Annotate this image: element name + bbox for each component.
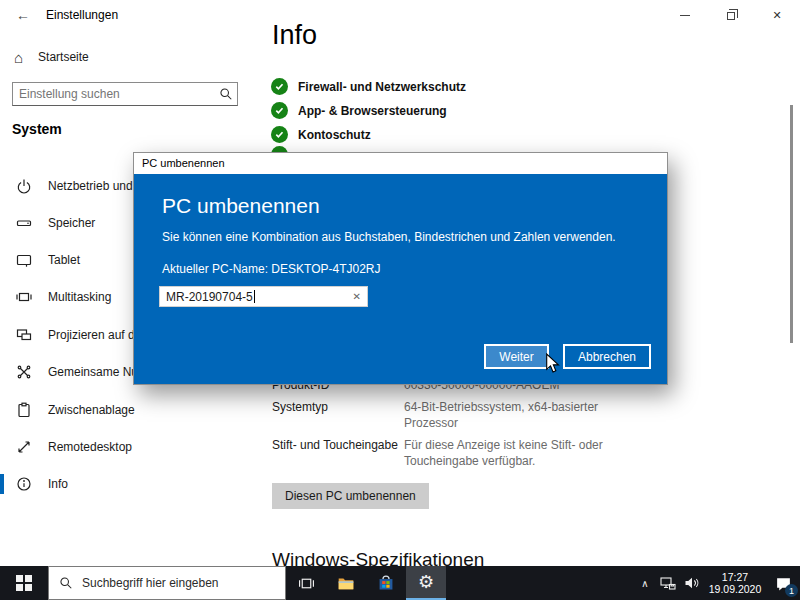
gear-icon: ⚙ bbox=[418, 573, 434, 591]
sidebar-item-info[interactable]: Info bbox=[16, 474, 68, 494]
power-icon bbox=[16, 178, 32, 194]
security-item-label: Firewall- und Netzwerkschutz bbox=[298, 80, 466, 94]
remote-desktop-icon bbox=[16, 439, 32, 455]
rename-pc-dialog: PC umbenennen PC umbenennen Sie können e… bbox=[133, 152, 668, 385]
store-icon bbox=[377, 574, 395, 592]
dialog-titlebar[interactable]: PC umbenennen bbox=[134, 153, 667, 174]
windows-spec-heading: Windows-Spezifikationen bbox=[272, 549, 484, 566]
sidebar-item-home[interactable]: ⌂ Startseite bbox=[14, 47, 89, 67]
dialog-description: Sie können eine Kombination aus Buchstab… bbox=[162, 230, 616, 244]
storage-icon bbox=[16, 215, 32, 231]
pc-name-input-value: MR-20190704-5 bbox=[166, 290, 253, 304]
close-icon: ✕ bbox=[772, 9, 781, 22]
page-title: Info bbox=[272, 20, 317, 51]
start-button[interactable] bbox=[0, 566, 48, 600]
network-icon[interactable] bbox=[656, 575, 680, 591]
clear-input-icon[interactable]: ✕ bbox=[353, 291, 361, 302]
task-view-icon bbox=[298, 575, 315, 592]
sidebar-home-label: Startseite bbox=[38, 50, 89, 64]
settings-search-input[interactable] bbox=[13, 87, 215, 101]
search-icon bbox=[59, 576, 73, 590]
sidebar-item-tablet[interactable]: Tablet bbox=[16, 250, 80, 270]
volume-icon[interactable] bbox=[680, 575, 704, 591]
sidebar-item-multitasking[interactable]: Multitasking bbox=[16, 287, 111, 307]
sidebar-item-label: Tablet bbox=[48, 253, 80, 267]
tray-chevron-up-icon[interactable]: ∧ bbox=[634, 578, 656, 589]
file-explorer-button[interactable] bbox=[326, 566, 366, 600]
notification-badge: 1 bbox=[785, 584, 798, 597]
security-item-label: App- & Browsersteuerung bbox=[298, 104, 447, 118]
security-item-label: Kontoschutz bbox=[298, 128, 371, 142]
tablet-icon bbox=[16, 252, 32, 268]
list-item[interactable]: App- & Browsersteuerung bbox=[271, 102, 466, 119]
window-controls: ✕ bbox=[662, 0, 800, 30]
window-title: Einstellungen bbox=[46, 8, 118, 22]
clock-time: 17:27 bbox=[704, 571, 766, 583]
sidebar-item-label: Info bbox=[48, 477, 68, 491]
clipboard-icon bbox=[16, 402, 32, 418]
project-icon bbox=[16, 327, 32, 343]
sidebar-item-clipboard[interactable]: Zwischenablage bbox=[16, 400, 135, 420]
sidebar-item-label: Speicher bbox=[48, 216, 95, 230]
task-view-button[interactable] bbox=[286, 566, 326, 600]
back-icon[interactable]: ← bbox=[0, 7, 46, 23]
detail-value: 64-Bit-Betriebssystem, x64-basierter Pro… bbox=[404, 399, 616, 431]
screen: ← Einstellungen ✕ ⌂ Startseite System Ne… bbox=[0, 0, 800, 600]
restore-icon bbox=[727, 12, 735, 20]
file-explorer-icon bbox=[337, 574, 355, 592]
detail-row-pen-touch: Stift- und Toucheingabe Für diese Anzeig… bbox=[272, 437, 622, 469]
check-circle-icon bbox=[271, 102, 288, 119]
info-icon bbox=[16, 476, 32, 492]
list-item[interactable]: Kontoschutz bbox=[271, 126, 466, 143]
pc-name-input[interactable]: MR-20190704-5 ✕ bbox=[159, 286, 368, 307]
clock-date: 19.09.2020 bbox=[704, 583, 766, 595]
share-icon bbox=[16, 364, 32, 380]
store-button[interactable] bbox=[366, 566, 406, 600]
detail-row-system-type: Systemtyp 64-Bit-Betriebssystem, x64-bas… bbox=[272, 399, 622, 431]
sidebar-item-storage[interactable]: Speicher bbox=[16, 213, 95, 233]
cancel-button[interactable]: Abbrechen bbox=[563, 344, 651, 369]
selected-item-accent-bar bbox=[0, 474, 4, 494]
security-status-list: Firewall- und Netzwerkschutz App- & Brow… bbox=[271, 78, 466, 150]
action-center-button[interactable]: 1 bbox=[766, 566, 800, 600]
taskbar-search-placeholder: Suchbegriff hier eingeben bbox=[82, 576, 219, 590]
settings-app-button[interactable]: ⚙ bbox=[406, 566, 446, 600]
sidebar-item-label: Multitasking bbox=[48, 290, 111, 304]
search-icon bbox=[215, 87, 237, 101]
rename-pc-button[interactable]: Diesen PC umbenennen bbox=[272, 483, 429, 509]
taskbar: Suchbegriff hier eingeben ⚙ ∧ bbox=[0, 566, 800, 600]
minimize-button[interactable] bbox=[662, 0, 708, 30]
minimize-icon bbox=[680, 15, 690, 16]
system-tray: ∧ 17:27 19.09.2020 1 bbox=[634, 566, 800, 600]
detail-label: Stift- und Toucheingabe bbox=[272, 437, 404, 469]
close-button[interactable]: ✕ bbox=[754, 0, 800, 30]
sidebar-section-title: System bbox=[12, 121, 62, 137]
taskbar-clock[interactable]: 17:27 19.09.2020 bbox=[704, 571, 766, 595]
taskbar-search-box[interactable]: Suchbegriff hier eingeben bbox=[48, 566, 286, 600]
dialog-body: PC umbenennen Sie können eine Kombinatio… bbox=[134, 174, 667, 384]
list-item[interactable]: Firewall- und Netzwerkschutz bbox=[271, 78, 466, 95]
sidebar-item-remote-desktop[interactable]: Remotedesktop bbox=[16, 437, 132, 457]
mouse-cursor bbox=[546, 353, 561, 378]
detail-value: Für diese Anzeige ist keine Stift- oder … bbox=[404, 437, 616, 469]
check-circle-icon bbox=[271, 126, 288, 143]
check-circle-icon bbox=[271, 78, 288, 95]
detail-label: Systemtyp bbox=[272, 399, 404, 431]
dialog-heading: PC umbenennen bbox=[162, 194, 320, 218]
text-caret bbox=[254, 290, 255, 303]
settings-search-box[interactable] bbox=[12, 82, 238, 106]
current-pc-name-label: Aktueller PC-Name: DESKTOP-4TJ02RJ bbox=[162, 262, 381, 276]
sidebar-item-label: Remotedesktop bbox=[48, 440, 132, 454]
windows-logo-icon bbox=[16, 575, 32, 591]
restore-button[interactable] bbox=[708, 0, 754, 30]
sidebar-item-label: Zwischenablage bbox=[48, 403, 135, 417]
multitasking-icon bbox=[16, 289, 32, 305]
scrollbar-thumb[interactable] bbox=[790, 105, 793, 343]
home-icon: ⌂ bbox=[14, 49, 23, 66]
next-button[interactable]: Weiter bbox=[484, 344, 549, 369]
